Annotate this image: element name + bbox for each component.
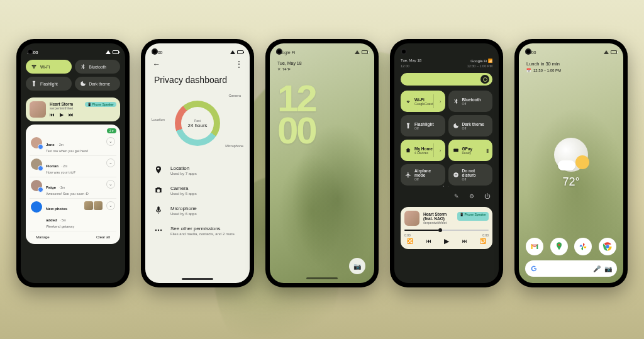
app-gmail[interactable] <box>526 238 543 255</box>
signal-icon <box>230 50 235 54</box>
next-button[interactable]: ⏭ <box>69 112 74 118</box>
bluetooth-icon <box>453 98 459 104</box>
lens-button[interactable]: 📷 <box>604 265 612 272</box>
signal-icon <box>355 50 360 54</box>
punch-hole-camera <box>27 48 33 55</box>
usage-donut-chart: Past 24 hours Camera Microphone Location <box>145 89 250 158</box>
media-card[interactable]: Heart Storm serpentwithfeet 📱 Phone Spea… <box>26 97 120 121</box>
brightness-slider[interactable] <box>401 73 492 86</box>
repeat-button[interactable]: 🔁 <box>480 238 486 244</box>
svg-point-1 <box>158 230 159 231</box>
flashlight-icon <box>31 81 37 87</box>
qs-tile-home[interactable]: My Home4 Devices › <box>401 140 445 161</box>
svg-point-2 <box>160 230 162 231</box>
expand-button[interactable]: ⌄ <box>106 201 115 210</box>
prev-button[interactable]: ⏮ <box>50 112 55 118</box>
permission-row-microphone[interactable]: MicrophoneUsed by 6 apps <box>154 201 241 221</box>
app-badge-icon <box>38 144 43 150</box>
gesture-nav-bar[interactable] <box>306 277 338 279</box>
camera-shortcut-button[interactable]: 📷 <box>349 258 365 274</box>
qs-tile-darktheme[interactable]: Dark theme <box>75 77 121 91</box>
permission-row-camera[interactable]: CameraUsed by 5 apps <box>154 181 241 201</box>
qs-tile-airplane[interactable]: Airplane modeOff <box>401 164 445 186</box>
home-icon <box>405 147 411 153</box>
notification-item[interactable]: Florian · 2m How was your trip? ⌄ <box>30 156 116 177</box>
settings-button[interactable]: ⚙ <box>469 193 474 199</box>
phone-lockscreen: Google Fi Tue, May 18 ☀ 74°F 12 00 📷 <box>265 39 379 287</box>
play-button[interactable]: ▶ <box>60 112 64 118</box>
conversation-count-badge[interactable]: 2 ▾ <box>107 128 116 133</box>
next-button[interactable]: ⏭ <box>462 238 467 244</box>
weather-icon <box>554 138 588 172</box>
phone-lineup: 12:00 Wi-Fi Bluetooth Flashlight Dark th… <box>0 39 644 287</box>
chevron-right-icon[interactable]: › <box>440 148 441 153</box>
track-artist: serpentwithfeet <box>50 106 73 110</box>
punch-hole-camera <box>401 48 407 55</box>
qs-tile-flashlight[interactable]: Flashlight <box>26 77 72 91</box>
battery-icon <box>113 50 119 54</box>
signal-icon <box>604 50 609 54</box>
notification-panel: 2 ▾ Jane · 2m Text me when you get here!… <box>26 125 120 244</box>
status-bar: 12:00 <box>145 47 250 58</box>
qs-tile-flashlight[interactable]: FlashlightOff <box>401 115 445 136</box>
chart-label-camera: Camera <box>228 94 241 97</box>
clear-all-button[interactable]: Clear all <box>96 235 110 239</box>
media-card[interactable]: Heart Storm (feat. NAO) 📱 Phone Speaker … <box>401 207 492 249</box>
battery-icon <box>362 50 368 54</box>
svg-rect-3 <box>453 149 458 152</box>
app-chrome[interactable] <box>599 238 616 255</box>
permission-row-other[interactable]: See other permissionsFiles and media, co… <box>154 221 241 241</box>
expand-button[interactable]: ⌄ <box>106 180 115 189</box>
app-photos[interactable] <box>574 238 592 255</box>
svg-point-8 <box>606 245 609 248</box>
notification-item[interactable]: Jane · 2m Text me when you get here! ⌄ <box>30 135 116 156</box>
qs-tile-wifi[interactable]: Wi-Fi <box>26 60 72 74</box>
expand-button[interactable]: ⌄ <box>106 158 115 167</box>
chevron-right-icon[interactable]: › <box>440 99 441 104</box>
svg-rect-5 <box>454 175 457 175</box>
progress-slider[interactable] <box>404 230 489 231</box>
qs-tile-dnd[interactable]: Do not disturbOff <box>448 164 493 186</box>
back-button[interactable]: ← <box>153 60 160 69</box>
dnd-icon <box>453 172 459 178</box>
expand-button[interactable]: ⌄ <box>106 137 115 146</box>
app-maps[interactable] <box>550 238 568 255</box>
gesture-nav-bar[interactable] <box>182 278 213 280</box>
overflow-menu-button[interactable]: ⋮ <box>235 60 242 69</box>
avatar <box>31 180 42 191</box>
photos-app-icon <box>31 201 42 213</box>
qs-tile-bluetooth[interactable]: Bluetooth <box>75 60 121 74</box>
avatar <box>31 137 42 148</box>
battery-icon <box>237 50 243 54</box>
status-bar: Google Fi <box>270 47 374 58</box>
manage-button[interactable]: Manage <box>36 235 50 239</box>
output-device-chip[interactable]: 📱 Phone Speaker <box>85 102 116 107</box>
search-bar[interactable]: 🎤 📷 <box>525 260 617 277</box>
output-device-chip[interactable]: 📱 Phone Speaker <box>457 212 489 221</box>
photos-icon <box>578 242 588 252</box>
brightness-handle[interactable] <box>480 75 489 84</box>
app-dock <box>519 238 623 255</box>
chrome-icon <box>602 242 613 252</box>
qs-tile-wifi[interactable]: Wi-FiGoogleGuest › <box>401 91 445 112</box>
notification-item[interactable]: Paige · 2m Awesome! See you soon :D ⌄ <box>30 177 116 199</box>
notification-item-photos[interactable]: New photos added · 5m Weekend getaway ⌄ <box>30 199 116 231</box>
phone-home-screen: 12:00 Lunch in 30 min 📅 12:30 – 1:00 PM … <box>514 39 628 287</box>
play-button[interactable]: ▶ <box>444 237 449 245</box>
permission-list: LocationUsed by 7 apps CameraUsed by 5 a… <box>145 158 250 241</box>
page-title: Privacy dashboard <box>145 69 250 89</box>
qs-tile-bluetooth[interactable]: BluetoothOff <box>448 91 493 112</box>
prev-button[interactable]: ⏮ <box>426 238 431 244</box>
power-button[interactable]: ⏻ <box>484 193 490 199</box>
voice-search-button[interactable]: 🎤 <box>593 265 601 272</box>
permission-row-location[interactable]: LocationUsed by 7 apps <box>154 160 241 181</box>
qs-tiles-grid: Wi-FiGoogleGuest › BluetoothOff Flashlig… <box>394 91 499 186</box>
maps-icon <box>554 242 564 252</box>
edit-tiles-button[interactable]: ✎ <box>454 193 459 199</box>
card-icon: ▮ <box>486 148 489 153</box>
flashlight-icon <box>405 123 411 129</box>
shuffle-button[interactable]: 🔀 <box>407 238 413 244</box>
qs-tile-gpay[interactable]: GPayReady ▮ <box>448 140 493 161</box>
weather-widget[interactable]: 72° <box>554 138 588 189</box>
qs-tile-darktheme[interactable]: Dark themeOff <box>448 115 493 136</box>
